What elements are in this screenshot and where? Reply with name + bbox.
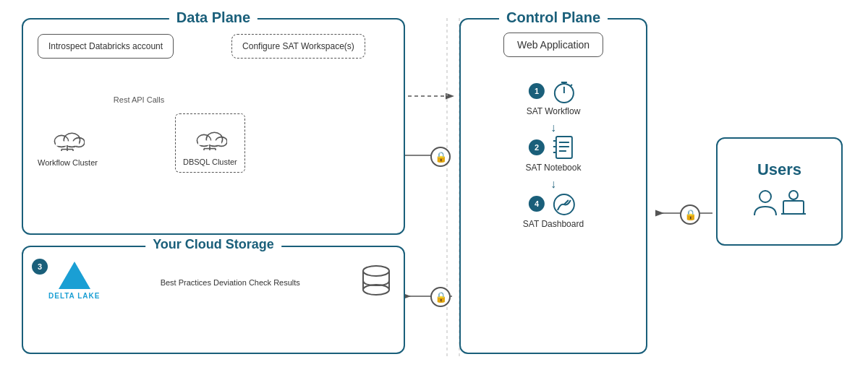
- cp-step-4: 4 SAT Dashboard: [523, 190, 584, 229]
- svg-rect-25: [198, 140, 221, 145]
- lock-icon-users: 🔒: [680, 204, 700, 225]
- dbsql-cloud-icon: [192, 120, 227, 155]
- web-app-box: Web Application: [503, 33, 603, 57]
- cp-step-2: 2 SAT No: [526, 134, 582, 173]
- step1-to-step2-arrow: ↓: [550, 122, 556, 134]
- workflow-cloud-icon: [50, 121, 85, 155]
- introspect-box: Introspect Databricks account: [38, 34, 174, 59]
- cp-step-1: 1 SAT Workflow: [527, 77, 581, 116]
- delta-lake-logo: DELTA LAKE: [48, 262, 100, 300]
- lock-icon-bottom: 🔒: [430, 287, 451, 307]
- control-plane-title: Control Plane: [499, 9, 608, 26]
- svg-rect-51: [783, 201, 804, 214]
- cp-steps: 1 SAT Workflow ↓: [523, 77, 584, 235]
- sat-workflow-icon: [550, 77, 578, 105]
- lock-icon-top: 🔒: [430, 147, 451, 167]
- data-plane-title: Data Plane: [169, 9, 258, 26]
- workflow-cluster-item: Workflow Cluster: [38, 121, 98, 167]
- control-plane-box: Control Plane Web Application 1: [459, 18, 647, 354]
- rest-api-label: Rest API Calls: [114, 95, 164, 104]
- cloud-storage-content: 3 DELTA LAKE Best Practices Deviation Ch…: [23, 247, 404, 307]
- diagram-container: Data Plane Introspect Databricks account…: [14, 11, 854, 365]
- dp-top-row: Introspect Databricks account Configure …: [38, 34, 389, 59]
- svg-point-31: [363, 266, 389, 276]
- delta-lake-text: DELTA LAKE: [48, 292, 100, 300]
- workflow-cluster-label: Workflow Cluster: [38, 158, 98, 167]
- best-practices-section: Best Practices Deviation Check Results: [111, 274, 349, 287]
- svg-rect-16: [56, 141, 79, 145]
- step2-to-step4-arrow: ↓: [550, 178, 556, 190]
- configure-sat-box: Configure SAT Workspace(s): [231, 34, 365, 59]
- sat-notebook-icon: [550, 134, 578, 161]
- step4-badge: 4: [529, 196, 545, 212]
- step3-badge: 3: [32, 259, 48, 275]
- svg-point-34: [363, 285, 389, 295]
- dbsql-cluster-label: DBSQL Cluster: [183, 158, 237, 166]
- users-title: Users: [757, 160, 801, 179]
- step1-label: SAT Workflow: [527, 106, 581, 116]
- database-icon: [360, 262, 393, 298]
- step4-label: SAT Dashboard: [523, 219, 584, 229]
- users-box: Users: [716, 137, 843, 246]
- svg-point-50: [760, 191, 771, 202]
- svg-point-53: [789, 191, 798, 199]
- dbsql-cluster-dotted-box: DBSQL Cluster: [175, 113, 245, 173]
- svg-line-40: [571, 85, 572, 86]
- delta-triangle: [59, 262, 90, 289]
- step2-badge: 2: [529, 139, 545, 155]
- users-icon: [751, 186, 809, 223]
- cloud-storage-box: Your Cloud Storage 3 DELTA LAKE Best Pra…: [22, 246, 405, 354]
- step1-badge: 1: [529, 83, 545, 99]
- best-practices-text: Best Practices Deviation Check Results: [111, 278, 349, 287]
- step2-label: SAT Notebook: [526, 163, 582, 173]
- data-plane-box: Data Plane Introspect Databricks account…: [22, 18, 405, 235]
- sat-dashboard-icon: [550, 190, 578, 217]
